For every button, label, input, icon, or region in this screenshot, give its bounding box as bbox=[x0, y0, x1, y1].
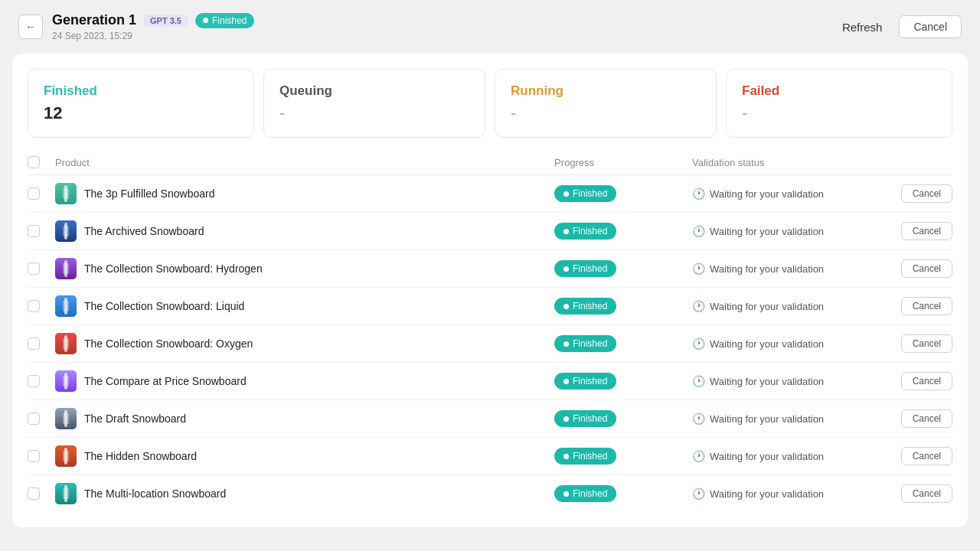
row-checkbox-3[interactable] bbox=[28, 300, 40, 312]
row-checkbox-cell bbox=[28, 300, 55, 312]
refresh-button[interactable]: Refresh bbox=[833, 16, 892, 38]
table-row: The Collection Snowboard: Oxygen Finishe… bbox=[28, 325, 952, 363]
table-row: The 3p Fulfilled Snowboard Finished 🕐 Wa… bbox=[28, 175, 952, 213]
product-image-6 bbox=[55, 408, 77, 429]
row-checkbox-0[interactable] bbox=[28, 187, 40, 200]
table-row: The Hidden Snowboard Finished 🕐 Waiting … bbox=[28, 438, 952, 475]
cancel-row-button-7[interactable]: Cancel bbox=[901, 447, 952, 465]
product-image-8 bbox=[55, 483, 77, 504]
table-row: The Collection Snowboard: Liquid Finishe… bbox=[28, 288, 952, 325]
badge-dot-7 bbox=[564, 454, 569, 459]
progress-badge-5: Finished bbox=[554, 373, 616, 390]
product-cell-7: The Hidden Snowboard bbox=[55, 445, 554, 467]
stat-card-failed: Failed - bbox=[726, 69, 952, 138]
row-checkbox-cell bbox=[28, 225, 55, 237]
svg-rect-3 bbox=[63, 226, 69, 236]
row-checkbox-6[interactable] bbox=[28, 412, 40, 425]
cancel-row-button-4[interactable]: Cancel bbox=[901, 334, 952, 353]
cancel-cell-5: Cancel bbox=[861, 372, 952, 390]
progress-cell-1: Finished bbox=[554, 223, 692, 240]
clock-icon-5: 🕐 bbox=[692, 375, 705, 387]
progress-badge-4: Finished bbox=[554, 335, 616, 352]
cancel-cell-7: Cancel bbox=[861, 447, 952, 465]
stat-finished-label: Finished bbox=[44, 83, 238, 99]
product-cell-2: The Collection Snowboard: Hydrogen bbox=[55, 258, 554, 279]
progress-cell-8: Finished bbox=[554, 485, 692, 502]
select-all-checkbox[interactable] bbox=[28, 156, 40, 168]
product-name-0: The 3p Fulfilled Snowboard bbox=[84, 187, 214, 200]
row-checkbox-1[interactable] bbox=[28, 225, 40, 237]
header-title-group: Generation 1 GPT 3.5 Finished 24 Sep 202… bbox=[52, 12, 254, 41]
table-row: The Collection Snowboard: Hydrogen Finis… bbox=[28, 250, 952, 288]
header-checkbox-cell bbox=[28, 156, 55, 168]
validation-cell-7: 🕐 Waiting for your validation bbox=[692, 450, 861, 462]
stat-queuing-value: - bbox=[279, 103, 469, 123]
product-cell-8: The Multi-location Snowboard bbox=[55, 483, 554, 504]
validation-text-4: Waiting for your validation bbox=[710, 338, 824, 350]
badge-dot-5 bbox=[564, 379, 569, 384]
stat-queuing-label: Queuing bbox=[279, 83, 469, 99]
progress-cell-6: Finished bbox=[554, 410, 692, 427]
product-name-8: The Multi-location Snowboard bbox=[84, 487, 226, 500]
stat-card-queuing: Queuing - bbox=[263, 69, 485, 138]
cancel-row-button-0[interactable]: Cancel bbox=[901, 184, 952, 203]
row-checkbox-4[interactable] bbox=[28, 337, 40, 350]
row-checkbox-cell bbox=[28, 337, 55, 350]
badge-dot-0 bbox=[564, 191, 569, 197]
table-row: The Draft Snowboard Finished 🕐 Waiting f… bbox=[28, 400, 952, 438]
badge-dot-8 bbox=[564, 491, 569, 497]
progress-cell-2: Finished bbox=[554, 260, 692, 277]
clock-icon-7: 🕐 bbox=[692, 450, 705, 462]
validation-cell-1: 🕐 Waiting for your validation bbox=[692, 225, 861, 237]
cancel-row-button-5[interactable]: Cancel bbox=[901, 372, 952, 390]
badge-dot-6 bbox=[564, 416, 569, 422]
badge-dot-2 bbox=[564, 266, 569, 272]
back-icon: ← bbox=[25, 21, 36, 33]
product-name-7: The Hidden Snowboard bbox=[84, 450, 197, 462]
generation-title: Generation 1 bbox=[52, 12, 136, 28]
status-dot bbox=[203, 18, 208, 23]
product-cell-0: The 3p Fulfilled Snowboard bbox=[55, 183, 554, 204]
row-checkbox-7[interactable] bbox=[28, 450, 40, 462]
col-product-header: Product bbox=[55, 157, 554, 168]
cancel-row-button-3[interactable]: Cancel bbox=[901, 297, 952, 315]
row-checkbox-8[interactable] bbox=[28, 487, 40, 500]
header-date: 24 Sep 2023, 15:29 bbox=[52, 31, 254, 41]
cancel-cell-8: Cancel bbox=[861, 484, 952, 503]
product-name-3: The Collection Snowboard: Liquid bbox=[84, 300, 244, 312]
validation-text-1: Waiting for your validation bbox=[710, 226, 824, 237]
back-button[interactable]: ← bbox=[18, 15, 43, 39]
progress-badge-8: Finished bbox=[554, 485, 616, 502]
svg-rect-5 bbox=[63, 263, 69, 274]
cancel-header-button[interactable]: Cancel bbox=[899, 15, 962, 38]
validation-text-0: Waiting for your validation bbox=[710, 188, 824, 200]
product-cell-6: The Draft Snowboard bbox=[55, 408, 554, 429]
cancel-row-button-8[interactable]: Cancel bbox=[901, 484, 952, 503]
validation-text-3: Waiting for your validation bbox=[710, 301, 824, 312]
header-left: ← Generation 1 GPT 3.5 Finished 24 Sep 2… bbox=[18, 12, 254, 41]
cancel-row-button-2[interactable]: Cancel bbox=[901, 259, 952, 278]
cancel-cell-0: Cancel bbox=[861, 184, 952, 203]
cancel-row-button-1[interactable]: Cancel bbox=[901, 222, 952, 240]
cancel-cell-4: Cancel bbox=[861, 334, 952, 353]
validation-cell-5: 🕐 Waiting for your validation bbox=[692, 375, 861, 387]
row-checkbox-cell bbox=[28, 187, 55, 200]
progress-cell-5: Finished bbox=[554, 373, 692, 390]
progress-cell-3: Finished bbox=[554, 298, 692, 315]
cancel-row-button-6[interactable]: Cancel bbox=[901, 409, 952, 428]
main-content: Finished 12 Queuing - Running - Failed - bbox=[12, 54, 968, 527]
stat-card-finished: Finished 12 bbox=[28, 69, 254, 138]
svg-rect-1 bbox=[63, 188, 69, 199]
row-checkbox-5[interactable] bbox=[28, 375, 40, 387]
validation-text-2: Waiting for your validation bbox=[710, 263, 824, 275]
row-checkbox-cell bbox=[28, 262, 55, 275]
product-image-5 bbox=[55, 370, 77, 392]
progress-badge-6: Finished bbox=[554, 410, 616, 427]
table-row: The Compare at Price Snowboard Finished … bbox=[28, 363, 952, 400]
validation-cell-8: 🕐 Waiting for your validation bbox=[692, 487, 861, 500]
validation-cell-3: 🕐 Waiting for your validation bbox=[692, 300, 861, 312]
cancel-cell-1: Cancel bbox=[861, 222, 952, 240]
stat-finished-value: 12 bbox=[44, 103, 238, 123]
row-checkbox-2[interactable] bbox=[28, 262, 40, 275]
product-image-7 bbox=[55, 445, 77, 467]
